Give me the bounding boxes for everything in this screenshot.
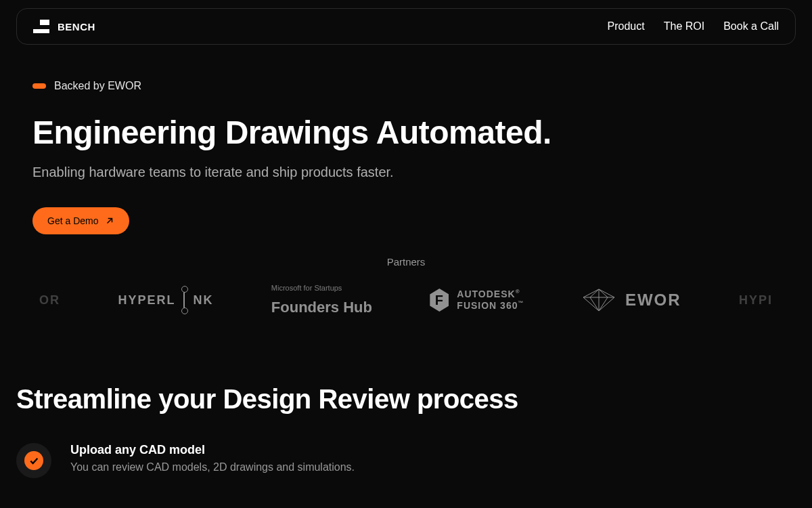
fusion-top: AUTODESK®	[457, 289, 520, 300]
ewor-text: EWOR	[625, 291, 681, 310]
get-demo-button[interactable]: Get a Demo	[32, 207, 129, 234]
partner-logo-ewor-edge: OR	[39, 293, 60, 308]
feature-text: Upload any CAD model You can review CAD …	[70, 443, 355, 473]
founders-top: Microsoft for Startups	[271, 284, 342, 292]
fusion-bottom: FUSION 360™	[457, 300, 524, 312]
streamline-title: Streamline your Design Review process	[16, 384, 796, 415]
nav-link-product[interactable]: Product	[608, 20, 645, 33]
partner-logo-hyperlink-edge: HYPI	[739, 293, 773, 308]
main-nav: BENCH Product The ROI Book a Call	[16, 8, 796, 45]
partner-logo-ewor: EWOR	[582, 288, 681, 312]
partner-logo-hyperlink: HYPERLNK	[118, 290, 213, 310]
backed-text: Backed by EWOR	[54, 80, 141, 92]
partner-logo-founders-hub: Microsoft for Startups Founders Hub	[271, 284, 372, 316]
partners-label: Partners	[32, 256, 780, 268]
svg-line-0	[108, 219, 112, 224]
badge-pill-icon	[32, 83, 46, 89]
cta-label: Get a Demo	[47, 215, 98, 226]
feature-desc: You can review CAD models, 2D drawings a…	[70, 461, 355, 473]
partners-row: OR HYPERLNK Microsoft for Startups Found…	[32, 284, 780, 316]
check-circle-icon	[24, 451, 43, 470]
arrow-up-right-icon	[105, 216, 114, 226]
nav-links: Product The ROI Book a Call	[608, 20, 779, 33]
streamline-section: Streamline your Design Review process Up…	[0, 330, 812, 478]
hero-subtitle: Enabling hardware teams to iterate and s…	[32, 165, 780, 180]
nav-link-roi[interactable]: The ROI	[664, 20, 704, 33]
nav-link-book-call[interactable]: Book a Call	[723, 20, 779, 33]
backed-badge: Backed by EWOR	[32, 80, 780, 92]
hero-title: Engineering Drawings Automated.	[32, 114, 780, 151]
feature-title: Upload any CAD model	[70, 443, 355, 457]
partners-section: Partners OR HYPERLNK Microsoft for Start…	[32, 256, 780, 316]
hero-section: Backed by EWOR Engineering Drawings Auto…	[0, 53, 812, 330]
feature-upload-cad: Upload any CAD model You can review CAD …	[16, 443, 796, 478]
logo-text: BENCH	[58, 21, 95, 33]
partner-logo-fusion: F AUTODESK® FUSION 360™	[430, 289, 524, 312]
fusion-icon: F	[430, 289, 449, 312]
logo-icon	[33, 20, 49, 33]
logo[interactable]: BENCH	[33, 20, 95, 33]
founders-bottom: Founders Hub	[271, 299, 372, 316]
ewor-diamond-icon	[582, 288, 616, 312]
feature-icon-container	[16, 443, 51, 478]
